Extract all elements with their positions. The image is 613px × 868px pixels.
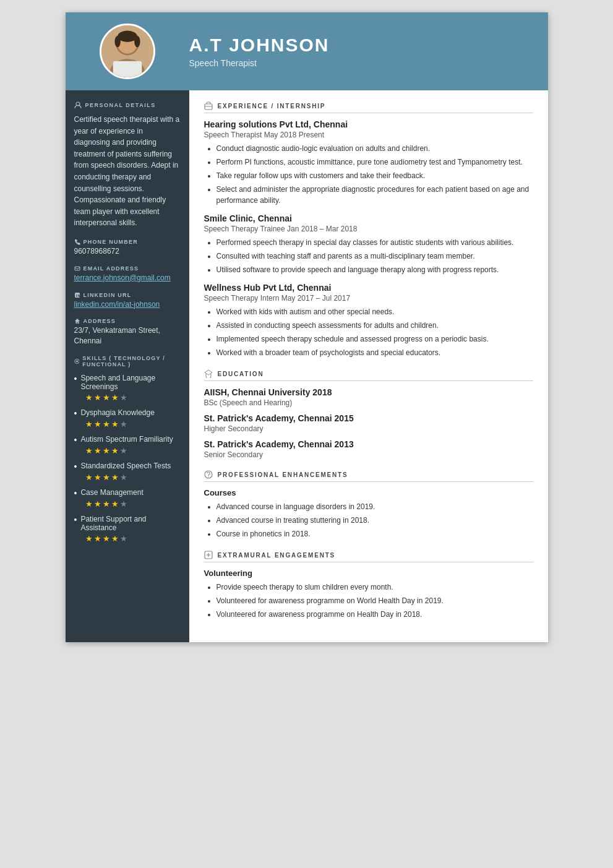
- linkedin-value[interactable]: linkedin.com/in/at-johnson: [74, 299, 181, 310]
- skills-icon: [74, 358, 80, 365]
- bullet-item: Perform PI functions, acoustic immittanc…: [216, 157, 533, 168]
- extramural-section: EXTRAMURAL ENGAGEMENTS Volunteering Prov…: [204, 551, 533, 620]
- skills-title: SKILLS ( TECHNOLOGY / FUNCTIONAL ): [74, 355, 181, 367]
- bullet-item: Worked with kids with autism and other s…: [216, 306, 533, 317]
- skill-item: •Dysphagia Knowledge★★★★★: [74, 408, 181, 429]
- professional-icon: [204, 470, 213, 479]
- bullet-item: Take regular follow ups with customers a…: [216, 170, 533, 181]
- skill-item: •Standardized Speech Tests★★★★★: [74, 462, 181, 482]
- star-filled: ★: [85, 499, 93, 509]
- extramural-icon: [204, 551, 213, 559]
- job-item: Wellness Hub Pvt Ltd, ChennaiSpeech Ther…: [204, 283, 533, 358]
- professional-title: PROFESSIONAL ENHANCEMENTS: [218, 471, 348, 478]
- star-filled: ★: [111, 473, 119, 482]
- star-empty: ★: [120, 499, 127, 509]
- star-filled: ★: [103, 473, 110, 482]
- skill-bullet: •: [74, 515, 77, 524]
- email-label: Email Address: [74, 265, 181, 272]
- volunteering-subtitle: Volunteering: [204, 569, 533, 578]
- skill-name: •Speech and Language Screenings: [74, 374, 181, 391]
- skill-stars: ★★★★★: [85, 499, 181, 509]
- job-role-period: Speech Therapy Intern May 2017 – Jul 201…: [204, 294, 533, 303]
- skill-bullet: •: [74, 409, 77, 418]
- skill-stars: ★★★★★: [85, 393, 181, 402]
- jobs-list: Hearing solutions Pvt Ltd, ChennaiSpeech…: [204, 119, 533, 358]
- star-filled: ★: [111, 534, 119, 543]
- volunteering-item: Volunteered for awareness programme on H…: [216, 609, 533, 620]
- job-company: Hearing solutions Pvt Ltd, Chennai: [204, 119, 533, 129]
- linkedin-label: in Linkedin URL: [74, 292, 181, 298]
- professional-section: PROFESSIONAL ENHANCEMENTS Courses Advanc…: [204, 470, 533, 539]
- skill-stars: ★★★★★: [85, 446, 181, 455]
- education-section: EDUCATION AIISH, Chennai University 2018…: [204, 369, 533, 459]
- job-item: Hearing solutions Pvt Ltd, ChennaiSpeech…: [204, 119, 533, 206]
- skill-bullet: •: [74, 462, 77, 471]
- skill-name: •Case Management: [74, 488, 181, 497]
- star-filled: ★: [103, 499, 110, 509]
- extramural-header: EXTRAMURAL ENGAGEMENTS: [204, 551, 533, 562]
- photo-area: [66, 24, 189, 79]
- email-value[interactable]: terrance.johnson@gmail.com: [74, 273, 181, 283]
- skill-stars: ★★★★★: [85, 534, 181, 543]
- bullet-item: Select and administer the appropriate di…: [216, 184, 533, 206]
- skill-item: •Speech and Language Screenings★★★★★: [74, 374, 181, 402]
- professional-header: PROFESSIONAL ENHANCEMENTS: [204, 470, 533, 482]
- star-empty: ★: [120, 534, 127, 543]
- edu-degree: Higher Secondary: [204, 424, 533, 433]
- star-empty: ★: [120, 419, 127, 429]
- candidate-title: Speech Therapist: [189, 58, 533, 68]
- skills-list: •Speech and Language Screenings★★★★★•Dys…: [74, 374, 181, 543]
- edu-item: St. Patrick's Academy, Chennai 2015Highe…: [204, 413, 533, 433]
- phone-value: 96078968672: [74, 246, 181, 257]
- experience-header: EXPERIENCE / INTERNSHIP: [204, 101, 533, 113]
- job-bullets: Conduct diagnostic audio-logic evaluatio…: [204, 143, 533, 206]
- bullet-item: Assisted in conducting speech assessment…: [216, 320, 533, 331]
- star-filled: ★: [103, 419, 110, 429]
- job-bullets: Worked with kids with autism and other s…: [204, 306, 533, 358]
- email-icon: [74, 265, 80, 272]
- star-filled: ★: [94, 446, 101, 455]
- skill-bullet: •: [74, 436, 77, 444]
- body: PERSONAL DETAILS Certified speech therap…: [66, 90, 548, 642]
- person-icon: [74, 101, 82, 109]
- resume-container: A.T JOHNSON Speech Therapist PERSONAL DE…: [66, 12, 548, 642]
- linkedin-icon: in: [74, 292, 80, 298]
- job-role-period: Speech Therapist May 2018 Present: [204, 131, 533, 139]
- course-item: Advanced course in language disorders in…: [216, 501, 533, 512]
- skill-name: •Patient Support and Assistance: [74, 515, 181, 532]
- star-filled: ★: [103, 534, 110, 543]
- skill-bullet: •: [74, 489, 77, 497]
- skill-name: •Standardized Speech Tests: [74, 462, 181, 471]
- skill-item: •Patient Support and Assistance★★★★★: [74, 515, 181, 543]
- bullet-item: Worked with a broader team of psychologi…: [216, 347, 533, 358]
- star-filled: ★: [85, 393, 93, 402]
- address-value: 23/7, Venkatraman Street, Chennai: [74, 325, 181, 346]
- star-filled: ★: [111, 393, 119, 402]
- svg-rect-9: [75, 267, 80, 270]
- star-filled: ★: [94, 419, 101, 429]
- star-filled: ★: [85, 419, 93, 429]
- job-bullets: Performed speech therapy in special day …: [204, 237, 533, 275]
- star-filled: ★: [85, 534, 93, 543]
- skill-item: •Autism Spectrum Familiarity★★★★★: [74, 435, 181, 455]
- edu-degree: Senior Secondary: [204, 450, 533, 459]
- skill-name: •Autism Spectrum Familiarity: [74, 435, 181, 444]
- job-item: Smile Clinic, ChennaiSpeech Therapy Trai…: [204, 213, 533, 275]
- phone-label: Phone Number: [74, 239, 181, 245]
- courses-list: Advanced course in language disorders in…: [204, 501, 533, 539]
- sidebar: PERSONAL DETAILS Certified speech therap…: [66, 90, 189, 642]
- svg-point-13: [75, 360, 77, 362]
- star-filled: ★: [94, 534, 101, 543]
- svg-point-6: [114, 36, 120, 48]
- star-empty: ★: [120, 473, 127, 482]
- svg-point-7: [134, 36, 140, 48]
- education-title: EDUCATION: [218, 371, 264, 377]
- personal-details-title: PERSONAL DETAILS: [74, 101, 181, 109]
- edu-institution: St. Patrick's Academy, Chennai 2013: [204, 439, 533, 449]
- star-filled: ★: [111, 499, 119, 509]
- home-icon: [74, 318, 80, 324]
- star-filled: ★: [94, 393, 101, 402]
- bullet-item: Conduct diagnostic audio-logic evaluatio…: [216, 143, 533, 154]
- course-item: Advanced course in treating stuttering i…: [216, 515, 533, 526]
- candidate-name: A.T JOHNSON: [189, 35, 533, 56]
